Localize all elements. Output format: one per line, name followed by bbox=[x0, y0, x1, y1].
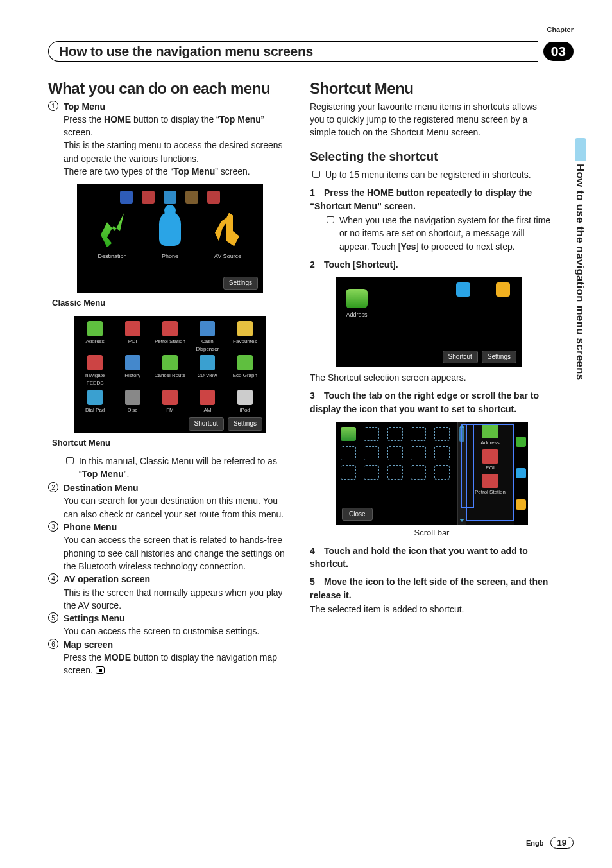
classic-menu-tile[interactable]: Favourites bbox=[228, 321, 262, 352]
top-menu-screenshot: Destination Phone AV Source Settings bbox=[77, 184, 263, 293]
shortcut-slot[interactable] bbox=[364, 446, 379, 460]
tile-icon bbox=[162, 321, 178, 336]
shortcut-slot[interactable] bbox=[411, 446, 426, 460]
shortcut-button[interactable]: Shortcut bbox=[189, 417, 224, 431]
phone-menu-label: Phone Menu bbox=[64, 522, 117, 532]
step-1: 1Press the HOME button repeatedly to dis… bbox=[310, 186, 554, 213]
classic-menu-tile[interactable]: Eco Graph bbox=[228, 355, 262, 386]
shortcut-slot[interactable] bbox=[387, 446, 403, 460]
classic-menu-tile[interactable]: Cancel Route bbox=[153, 355, 187, 386]
phone-button[interactable]: Phone bbox=[154, 210, 186, 261]
shortcut-slot[interactable] bbox=[434, 427, 450, 441]
classic-menu-tile[interactable]: FM bbox=[153, 390, 187, 414]
shortcut-slot[interactable] bbox=[341, 465, 356, 480]
classic-menu-tile[interactable]: AM bbox=[190, 390, 225, 414]
side-tab: How to use the navigation menu screens bbox=[574, 138, 586, 380]
step-1-note: When you use the navigation system for t… bbox=[339, 214, 554, 253]
classic-menu-tile[interactable]: iPod bbox=[228, 390, 262, 414]
mini-icon bbox=[164, 191, 176, 204]
shortcut-slot[interactable] bbox=[411, 465, 426, 480]
left-heading: What you can do on each menu bbox=[48, 80, 292, 98]
tile-icon bbox=[87, 390, 103, 405]
classic-menu-tile[interactable]: Cash Dispenser bbox=[190, 321, 225, 352]
tile-label: 2D View bbox=[198, 372, 217, 379]
tile-label: Eco Graph bbox=[233, 372, 257, 379]
phone-icon bbox=[516, 468, 526, 478]
page-footer: Engb 19 bbox=[526, 837, 574, 849]
shortcut-intro: Registering your favourite menu items in… bbox=[310, 100, 554, 139]
shortcut-slot[interactable] bbox=[411, 427, 426, 441]
phone-mini-icon bbox=[456, 282, 470, 297]
scroll-down-icon[interactable] bbox=[459, 519, 464, 522]
tile-label: iPod bbox=[240, 406, 250, 414]
item-destination-menu: 2 Destination Menu You can search for yo… bbox=[48, 482, 292, 521]
classic-menu-tile[interactable]: Disc bbox=[115, 390, 149, 414]
shortcut-slot[interactable] bbox=[341, 446, 356, 460]
top-menu-body-3: There are two types of the “Top Menu” sc… bbox=[64, 165, 292, 178]
top-menu-body: Press the HOME button to display the “To… bbox=[64, 113, 292, 139]
circled-1: 1 bbox=[48, 101, 58, 111]
music-icon bbox=[516, 499, 526, 510]
after-step2-text: The Shortcut selection screen appears. bbox=[310, 371, 554, 384]
destination-arrow-icon bbox=[99, 211, 125, 247]
left-column: What you can do on each menu 1 Top Menu … bbox=[48, 80, 292, 677]
destination-button[interactable]: Destination bbox=[96, 210, 128, 261]
classic-menu-tile[interactable]: Address bbox=[78, 321, 112, 352]
classic-menu-screenshot: AddressPOIPetrol StationCash DispenserFa… bbox=[74, 316, 266, 433]
classic-menu-tile[interactable]: 2D View bbox=[190, 355, 225, 386]
classic-menu-caption: Classic Menu bbox=[52, 297, 292, 309]
page-header: How to use the navigation menu screens 0… bbox=[48, 41, 574, 62]
phone-label: Phone bbox=[162, 252, 178, 261]
destination-label: Destination bbox=[98, 252, 126, 261]
destination-menu-label: Destination Menu bbox=[64, 483, 139, 493]
av-screen-label: AV operation screen bbox=[64, 574, 150, 584]
footer-lang: Engb bbox=[526, 839, 544, 847]
circled-3: 3 bbox=[48, 521, 58, 532]
address-tile[interactable]: Address bbox=[346, 289, 368, 319]
shortcut-slot[interactable] bbox=[387, 427, 403, 441]
shortcut-drag-screenshot: AddressPOIPetrol Station Close bbox=[336, 422, 528, 525]
top-menu-label: Top Menu bbox=[64, 101, 105, 112]
tile-label: Disc bbox=[128, 406, 138, 414]
page-number: 19 bbox=[550, 837, 574, 849]
header-title: How to use the navigation menu screens bbox=[59, 44, 313, 59]
close-button[interactable]: Close bbox=[342, 508, 373, 521]
shortcut-slot[interactable] bbox=[341, 427, 356, 441]
classic-menu-tile[interactable]: POI bbox=[115, 321, 149, 352]
tile-icon bbox=[200, 390, 215, 405]
tile-label: navigate FEEDS bbox=[78, 372, 112, 386]
tile-icon bbox=[237, 321, 253, 336]
settings-button[interactable]: Settings bbox=[223, 277, 258, 290]
shortcut-slot[interactable] bbox=[364, 465, 379, 480]
header-rule: How to use the navigation menu screens bbox=[48, 41, 538, 62]
shortcut-slot[interactable] bbox=[434, 465, 450, 480]
tile-label: Dial Pad bbox=[85, 406, 105, 414]
mini-icon bbox=[185, 191, 198, 204]
shortcut-button[interactable]: Shortcut bbox=[443, 351, 478, 364]
shortcut-menu-caption: Shortcut Menu bbox=[52, 437, 292, 449]
av-note-icon bbox=[215, 213, 241, 246]
chapter-label: Chapter bbox=[547, 26, 574, 33]
classic-menu-tile[interactable]: Dial Pad bbox=[78, 390, 112, 414]
settings-button[interactable]: Settings bbox=[482, 351, 516, 364]
classic-menu-tile[interactable]: navigate FEEDS bbox=[78, 355, 112, 386]
mini-icon bbox=[207, 191, 220, 204]
settings-button[interactable]: Settings bbox=[228, 417, 262, 431]
destination-menu-body: You can search for your destination on t… bbox=[64, 494, 292, 521]
right-heading: Shortcut Menu bbox=[310, 80, 554, 98]
tile-icon bbox=[125, 321, 140, 336]
map-screen-label: Map screen bbox=[64, 639, 113, 650]
av-source-button[interactable]: AV Source bbox=[212, 210, 244, 261]
tile-icon bbox=[200, 355, 215, 370]
shortcut-slot[interactable] bbox=[387, 465, 403, 480]
shortcut-slot[interactable] bbox=[434, 446, 450, 460]
classic-menu-tile[interactable]: Petrol Station bbox=[153, 321, 187, 352]
shortcut-screen-screenshot: Address Shortcut Settings bbox=[336, 277, 522, 367]
shortcut-slot[interactable] bbox=[364, 427, 379, 441]
item-top-menu: 1 Top Menu Press the HOME button to disp… bbox=[48, 100, 292, 178]
mini-icon bbox=[120, 191, 133, 204]
top-menu-body-2: This is the starting menu to access the … bbox=[64, 139, 292, 165]
item-settings-menu: 5 Settings Menu You can access the scree… bbox=[48, 612, 292, 638]
step-5: 5Move the icon to the left side of the s… bbox=[310, 575, 554, 602]
classic-menu-tile[interactable]: History bbox=[115, 355, 149, 386]
